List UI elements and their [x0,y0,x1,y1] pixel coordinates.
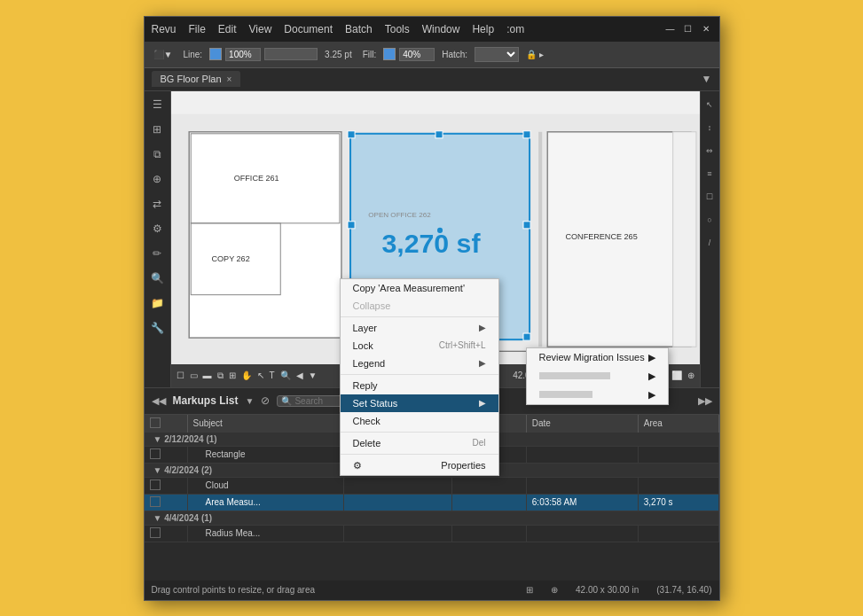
sidebar-home-icon[interactable]: ☰ [147,95,167,114]
line-label: Line: [179,48,206,61]
group-toggle-2[interactable]: ▼ [153,465,165,475]
right-icon-6[interactable]: ○ [700,210,719,230]
menu-batch[interactable]: Batch [345,23,373,35]
sidebar-pen-icon[interactable]: ✏ [147,244,167,263]
area-cell [638,446,718,463]
fill-color-picker[interactable] [383,48,396,60]
menu-item-properties[interactable]: ⚙ Properties [341,456,498,475]
table-row-selected[interactable]: Area Measu... 6:03:58 AM 3,270 s [145,494,719,511]
panel-dropdown-icon[interactable]: ▼ [246,396,255,406]
menu-view[interactable]: View [249,23,272,35]
menu-item-collapse[interactable]: Collapse [341,297,498,315]
right-icon-4[interactable]: ≡ [700,164,719,183]
line-style-picker[interactable] [264,48,318,60]
draw-zoom-icon[interactable]: 🔍 [280,370,291,380]
minimize-button[interactable]: — [664,23,677,35]
draw-rect-icon[interactable]: ▭ [190,370,198,380]
group-date-1: 2/12/2024 (1) [164,434,217,444]
svg-text:3,270 sf: 3,270 sf [381,229,481,258]
fill-pct-input[interactable] [399,48,435,61]
menu-item-copy[interactable]: Copy 'Area Measurement' [341,279,498,297]
svg-rect-9 [522,130,530,137]
sidebar-settings-icon[interactable]: ⚙ [147,219,167,238]
menu-revu[interactable]: Revu [152,23,177,35]
sidebar-grid-icon[interactable]: ⊞ [147,120,167,139]
menu-help[interactable]: Help [472,23,494,35]
area-cell [638,525,718,542]
sidebar-compare-icon[interactable]: ⇄ [147,194,167,214]
tab-close-button[interactable]: × [227,74,232,84]
sidebar-location-icon[interactable]: ⊕ [147,169,167,189]
panel-right-arrows[interactable]: ▶▶ [698,395,712,407]
svg-rect-7 [348,130,355,137]
right-icon-7[interactable]: / [700,233,719,253]
date-cell [526,446,638,463]
menu-extra[interactable]: :om [506,23,524,35]
fill-label: Fill: [359,48,381,61]
menu-bar: Revu File Edit View Document Batch Tools… [152,23,664,35]
group-row-3[interactable]: ▼ 4/4/2024 (1) [145,511,719,525]
tab-overflow-button[interactable]: ▼ [702,73,712,85]
menu-edit[interactable]: Edit [218,23,237,35]
toolbar-extra-icon[interactable]: 🔒 ▸ [522,48,547,61]
menu-window[interactable]: Window [422,23,460,35]
draw-text-icon[interactable]: T [270,370,275,380]
draw-cursor-icon[interactable]: ✋ [241,370,252,380]
table-row[interactable]: Radius Mea... [145,525,719,542]
group-date-2: 4/2/2024 (2) [164,465,212,475]
sidebar-layers-icon[interactable]: ⧉ [147,144,167,164]
group-toggle-3[interactable]: ▼ [153,513,165,523]
menu-item-layer[interactable]: Layer ▶ [341,319,498,337]
markups-list-title: Markups List [173,394,239,407]
draw-stamp-icon[interactable]: ⊞ [229,370,236,380]
col-date[interactable]: Date [526,415,638,433]
menu-item-properties-label: Properties [441,460,485,471]
right-tools2-icon[interactable]: ⊕ [687,370,694,380]
menu-file[interactable]: File [189,23,206,35]
draw-line-icon[interactable]: ▬ [203,370,212,380]
toolbar-mode-btn[interactable]: ⬛▼ [150,48,177,61]
line-color-picker[interactable] [209,48,222,60]
menu-tools[interactable]: Tools [385,23,410,35]
menu-item-lock[interactable]: Lock Ctrl+Shift+L [341,337,498,355]
menu-item-setstatus[interactable]: Set Status ▶ [341,394,498,412]
draw-copy-icon[interactable]: ⧉ [217,370,224,381]
line-pct-input[interactable] [225,48,261,61]
sidebar-search-icon[interactable]: 🔍 [147,269,167,288]
snap-icon[interactable]: ⊕ [551,585,558,595]
menu-item-lock-label: Lock [353,340,373,351]
col-area[interactable]: Area [638,415,718,433]
menu-document[interactable]: Document [284,23,333,35]
right-tools-icon[interactable]: ⬜ [671,370,682,380]
maximize-button[interactable]: ☐ [682,23,694,35]
submenu-item-3[interactable]: ▶ [527,386,668,404]
menu-item-delete[interactable]: Delete Del [341,434,498,452]
sidebar-folder-icon[interactable]: 📁 [147,293,167,313]
bg-floor-plan-tab[interactable]: BG Floor Plan × [152,71,241,87]
menu-item-legend[interactable]: Legend ▶ [341,355,498,372]
menu-item-check[interactable]: Check [341,412,498,430]
right-icon-3[interactable]: ⇔ [700,141,719,160]
close-button[interactable]: ✕ [700,23,712,35]
submenu-item-review[interactable]: Review Migration Issues ▶ [527,348,668,367]
lock-shortcut: Ctrl+Shift+L [439,340,486,350]
draw-select-icon[interactable]: ☐ [177,370,184,380]
hatch-select[interactable] [475,47,519,62]
col-subject[interactable]: Subject [187,415,344,433]
author-cell [451,494,526,511]
draw-back-icon[interactable]: ◀ [296,370,303,380]
grid-icon[interactable]: ⊞ [526,585,533,595]
table-row[interactable]: Cloud [145,477,719,494]
delete-shortcut: Del [472,438,485,448]
right-icon-5[interactable]: ☐ [700,187,719,207]
panel-left-arrows[interactable]: ◀◀ [152,395,166,407]
submenu-item-2[interactable]: ▶ [527,367,668,386]
menu-item-reply[interactable]: Reply [341,377,498,394]
group-toggle-1[interactable]: ▼ [153,434,165,444]
draw-arrow-icon[interactable]: ↖ [257,370,264,380]
sidebar-tools-icon[interactable]: 🔧 [147,318,167,338]
right-icon-1[interactable]: ↖ [700,95,719,114]
draw-more-icon[interactable]: ▼ [309,370,318,380]
right-icon-2[interactable]: ↕ [700,118,719,137]
panel-filter-icon[interactable]: ⊘ [261,394,270,407]
